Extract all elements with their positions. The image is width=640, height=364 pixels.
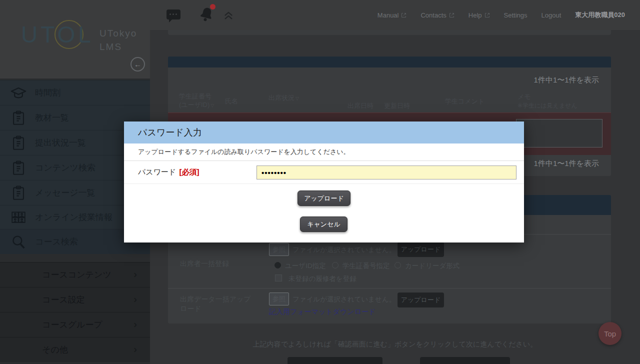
password-field-label: パスワード: [138, 168, 176, 177]
utol-lms-screen: UTOL UTokyo LMS ← 時間割 教材一覧: [0, 0, 640, 364]
password-form-row: パスワード [必須]: [124, 161, 524, 184]
required-badge: [必須]: [179, 168, 199, 177]
password-input[interactable]: [256, 166, 516, 180]
modal-title: パスワード入力: [124, 122, 524, 144]
password-input-modal: パスワード入力 アップロードするファイルの読み取りパスワードを入力してください。…: [124, 122, 524, 242]
modal-cancel-button[interactable]: キャンセル: [300, 216, 348, 232]
modal-description: アップロードするファイルの読み取りパスワードを入力してください。: [124, 144, 524, 161]
modal-upload-button[interactable]: アップロード: [298, 190, 350, 206]
